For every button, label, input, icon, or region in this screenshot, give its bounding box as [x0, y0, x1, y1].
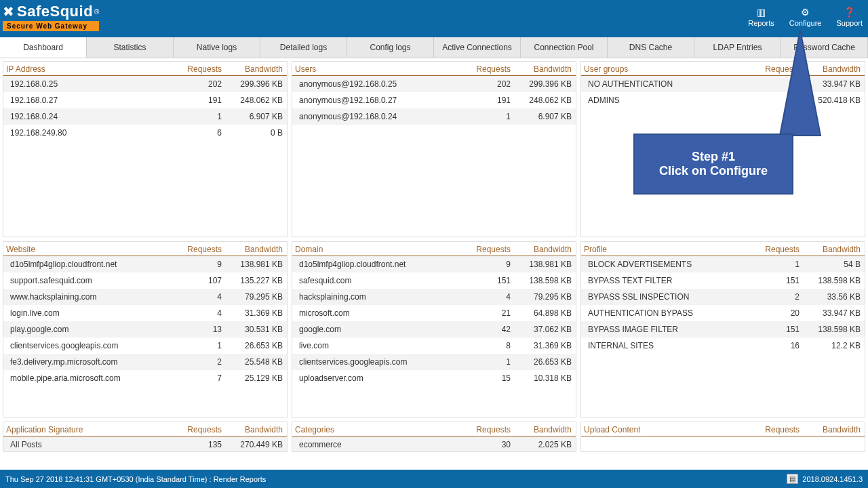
table-row[interactable]: d1o5lmfp4gliop.cloudfront.net9138.981 KB: [3, 256, 287, 272]
panel-website: WebsiteRequestsBandwidthd1o5lmfp4gliop.c…: [3, 241, 288, 418]
row-requests: 202: [463, 79, 511, 89]
table-row[interactable]: BLOCK ADVERTISEMENTS154 B: [581, 256, 865, 272]
col-bandwidth: Bandwidth: [800, 425, 861, 434]
table-row[interactable]: microsoft.com2164.898 KB: [292, 305, 576, 321]
table-row[interactable]: live.com831.369 KB: [292, 338, 576, 354]
table-row[interactable]: safesquid.com151138.598 KB: [292, 272, 576, 289]
support-label: Support: [836, 19, 863, 27]
table-row[interactable]: clientservices.googleapis.com126.653 KB: [3, 338, 287, 354]
row-bandwidth: 299.396 KB: [222, 79, 283, 89]
table-row[interactable]: ADMINS4520.418 KB: [581, 92, 865, 108]
table-row[interactable]: play.google.com1330.531 KB: [3, 321, 287, 338]
tab-password-cache[interactable]: Password Cache: [781, 37, 868, 58]
table-row[interactable]: All Posts135270.449 KB: [3, 436, 287, 451]
table-row[interactable]: hacksplaining.com479.295 KB: [292, 289, 576, 305]
tab-dashboard[interactable]: Dashboard: [0, 37, 87, 58]
row-name: d1o5lmfp4gliop.cloudfront.net: [10, 260, 174, 269]
table-row[interactable]: INTERNAL SITES1612.2 KB: [581, 338, 865, 354]
table-row[interactable]: BYPASS IMAGE FILTER151138.598 KB: [581, 321, 865, 338]
tab-ldap-entries[interactable]: LDAP Entries: [694, 37, 781, 58]
row-name: anonymous@192.168.0.27: [299, 96, 463, 105]
row-name: 192.168.0.24: [10, 112, 174, 121]
col-requests: Requests: [174, 425, 222, 434]
tab-connection-pool[interactable]: Connection Pool: [521, 37, 608, 58]
tab-detailed-logs[interactable]: Detailed logs: [260, 37, 347, 58]
table-row[interactable]: google.com4237.062 KB: [292, 321, 576, 338]
row-bandwidth: 138.981 KB: [511, 260, 572, 269]
row-name: fe3.delivery.mp.microsoft.com: [10, 357, 174, 367]
row-bandwidth: 138.981 KB: [222, 260, 283, 269]
table-row[interactable]: BYPASS TEXT FILTER151138.598 KB: [581, 272, 865, 289]
col-requests: Requests: [752, 64, 800, 74]
table-row[interactable]: d1o5lmfp4gliop.cloudfront.net9138.981 KB: [292, 256, 576, 272]
table-row[interactable]: clientservices.googleapis.com126.653 KB: [292, 354, 576, 370]
col-name: Users: [295, 64, 463, 74]
row-name: BYPASS SSL INSPECTION: [588, 292, 752, 302]
row-bandwidth: 79.295 KB: [511, 292, 572, 302]
table-row[interactable]: mobile.pipe.aria.microsoft.com725.129 KB: [3, 370, 287, 386]
row-bandwidth: 299.396 KB: [511, 79, 572, 89]
row-bandwidth: 30.531 KB: [222, 325, 283, 334]
table-row[interactable]: AUTHENTICATION BYPASS2033.947 KB: [581, 305, 865, 321]
support-button[interactable]: ❓ Support: [836, 7, 863, 27]
panel-header: DomainRequestsBandwidth: [292, 242, 576, 256]
row-requests: 191: [174, 96, 222, 105]
panel-header: UsersRequestsBandwidth: [292, 62, 576, 76]
col-bandwidth: Bandwidth: [511, 245, 572, 254]
row-name: INTERNAL SITES: [588, 341, 752, 350]
panel-header: CategoriesRequestsBandwidth: [292, 422, 576, 436]
tab-native-logs[interactable]: Native logs: [174, 37, 260, 58]
col-requests: Requests: [174, 245, 222, 254]
row-requests: 151: [752, 276, 800, 285]
panel-body: ecommerce302.025 KB: [292, 436, 576, 451]
panel-appsig: Application SignatureRequestsBandwidthAl…: [3, 422, 288, 452]
table-row[interactable]: BYPASS SSL INSPECTION233.56 KB: [581, 289, 865, 305]
panel-profile: ProfileRequestsBandwidthBLOCK ADVERTISEM…: [580, 241, 865, 418]
table-row[interactable]: support.safesquid.com107135.227 KB: [3, 272, 287, 289]
tab-dns-cache[interactable]: DNS Cache: [608, 37, 694, 58]
table-row[interactable]: anonymous@192.168.0.2416.907 KB: [292, 108, 576, 125]
row-bandwidth: 138.598 KB: [511, 276, 572, 285]
table-row[interactable]: login.live.com431.369 KB: [3, 305, 287, 321]
table-row[interactable]: 192.168.249.8060 B: [3, 125, 287, 141]
table-row[interactable]: anonymous@192.168.0.25202299.396 KB: [292, 76, 576, 92]
document-icon[interactable]: ▤: [787, 474, 798, 484]
panel-body: anonymous@192.168.0.25202299.396 KBanony…: [292, 76, 576, 237]
col-name: IP Address: [6, 64, 174, 74]
col-requests: Requests: [174, 64, 222, 74]
row-requests: 20: [752, 308, 800, 318]
col-bandwidth: Bandwidth: [800, 64, 861, 74]
row-requests: 42: [463, 325, 511, 334]
col-requests: Requests: [752, 245, 800, 254]
table-row[interactable]: fe3.delivery.mp.microsoft.com225.548 KB: [3, 354, 287, 370]
logo-tagline: Secure Web Gateway: [3, 21, 99, 31]
panel-header: Upload ContentRequestsBandwidth: [581, 422, 865, 436]
gears-icon: ⚙: [801, 7, 810, 18]
configure-button[interactable]: ⚙ Configure: [789, 7, 822, 27]
row-name: d1o5lmfp4gliop.cloudfront.net: [299, 260, 463, 269]
tab-statistics[interactable]: Statistics: [87, 37, 174, 58]
row-name: 192.168.249.80: [10, 128, 174, 138]
row-requests: 1: [463, 112, 511, 121]
row-name: safesquid.com: [299, 276, 463, 285]
row-bandwidth: 33.947 KB: [800, 308, 861, 318]
row-requests: 6: [174, 128, 222, 138]
table-row[interactable]: ecommerce302.025 KB: [292, 436, 576, 451]
table-row[interactable]: anonymous@192.168.0.27191248.062 KB: [292, 92, 576, 108]
reports-button[interactable]: ▥ Reports: [748, 7, 774, 27]
row-bandwidth: 6.907 KB: [222, 112, 283, 121]
row-name: play.google.com: [10, 325, 174, 334]
row-requests: 1: [463, 357, 511, 367]
row-requests: 107: [174, 276, 222, 285]
tab-active-connections[interactable]: Active Connections: [434, 37, 521, 58]
table-row[interactable]: 192.168.0.25202299.396 KB: [3, 76, 287, 92]
tab-config-logs[interactable]: Config logs: [347, 37, 434, 58]
table-row[interactable]: www.hacksplaining.com479.295 KB: [3, 289, 287, 305]
row-requests: 191: [463, 96, 511, 105]
col-name: Upload Content: [584, 425, 752, 434]
table-row[interactable]: 192.168.0.2416.907 KB: [3, 108, 287, 125]
table-row[interactable]: 192.168.0.27191248.062 KB: [3, 92, 287, 108]
table-row[interactable]: uploadserver.com1510.318 KB: [292, 370, 576, 386]
table-row[interactable]: NO AUTHENTICATION33.947 KB: [581, 76, 865, 92]
row-bandwidth: 33.56 KB: [800, 292, 861, 302]
